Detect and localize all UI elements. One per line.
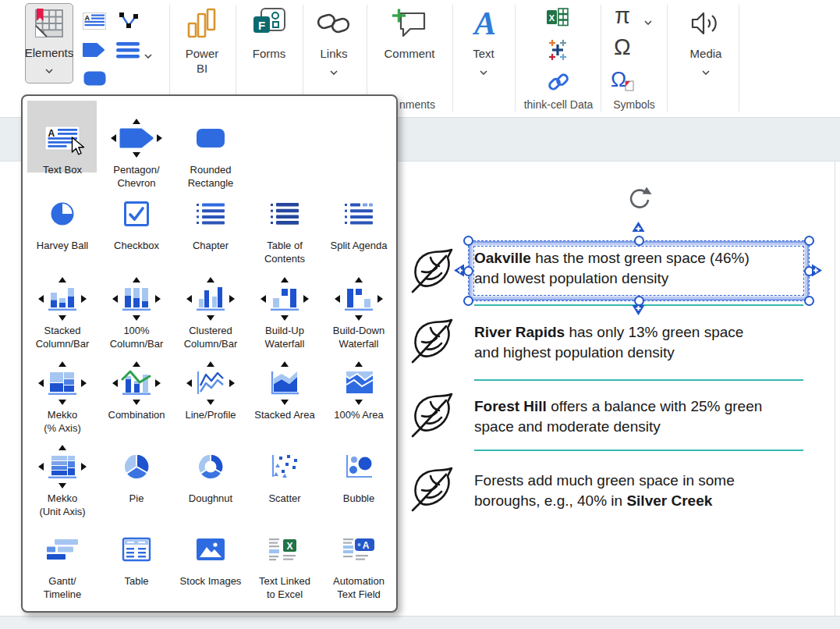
links-button[interactable]: Links [307,3,360,78]
menu-item-label: Text Box [27,164,98,177]
menu-item-pentagon[interactable]: Pentagon/Chevron [101,115,172,190]
resize-r-arrow-icon [155,295,161,303]
insert-below-arrow[interactable] [632,304,645,316]
omega-thinkcell-button[interactable]: Ω [610,67,635,95]
excel-data-button[interactable]: X [546,6,569,31]
menu-item-split-agenda[interactable]: Split Agenda [323,190,395,253]
rotate-handle-icon[interactable] [625,186,653,211]
comment-label: Comment [384,46,434,61]
menu-item-gantt[interactable]: Gantt/Timeline [27,526,98,601]
menu-item-combination[interactable]: Combination [101,360,172,422]
forms-button[interactable]: F Forms [243,3,295,61]
pentagon-icon [83,47,105,60]
menu-item-mekko[interactable]: Mekko(Unit Axis) [27,443,98,518]
resize-d-arrow-icon [133,152,140,158]
menu-item-bubble[interactable]: Bubble [323,443,395,506]
bullet-lines-button[interactable] [116,42,140,62]
menu-item-build-up[interactable]: Build-UpWaterfall [249,275,321,350]
text-box-small-button[interactable]: A [83,12,106,33]
svg-text:X: X [286,541,292,552]
menu-item-100%[interactable]: 100%Column/Bar [101,275,172,350]
text-button[interactable]: A Text [459,3,509,78]
menu-item-build-down[interactable]: Build-DownWaterfall [323,275,395,350]
menu-item-doughnut[interactable]: Doughnut [175,443,246,506]
resize-u-arrow-icon [355,277,363,283]
pentagon-small-button[interactable] [83,42,105,61]
menu-item-stacked-area[interactable]: Stacked Area [249,360,321,422]
menu-item-harvey-ball[interactable]: Harvey Ball [27,190,98,253]
menu-item-stacked[interactable]: StackedColumn/Bar [27,275,98,350]
menu-item-automation[interactable]: AAutomationText Field [323,526,395,601]
menu-item-100%-area[interactable]: 100% Area [323,360,395,422]
resize-handle-se[interactable] [804,296,814,306]
menu-item-checkbox[interactable]: Checkbox [101,190,172,253]
svg-text:A: A [363,540,370,551]
menu-item-table[interactable]: Table [101,526,172,588]
group-separator [515,5,516,112]
leaf-icon[interactable] [410,318,454,368]
freeform-button[interactable] [118,10,140,35]
elements-button-label: Elements [25,46,74,59]
chevron-down-icon[interactable] [644,14,652,28]
media-button[interactable]: Media [680,3,732,78]
power-bi-label: Power BI [179,46,225,76]
tableau-data-button[interactable] [546,38,569,65]
chevron-down-icon[interactable] [144,48,152,62]
resize-handle-nw[interactable] [463,236,473,246]
menu-item-label: Text Linkedto Excel [249,575,321,601]
menu-item-line-profile[interactable]: Line/Profile [175,360,246,422]
resize-u-arrow-icon [207,277,214,283]
bullet-text-silver-creek[interactable]: Forests add much green space in someboro… [474,471,810,511]
menu-item-label: Pentagon/Chevron [101,164,172,190]
leaf-icon[interactable] [410,466,454,516]
rounded-rectangle-icon [195,127,226,149]
menu-item-clustered[interactable]: ClusteredColumn/Bar [175,275,246,350]
resize-d-arrow-icon [281,315,289,321]
excel-icon: X [546,17,569,30]
rounded-rectangle-small-button[interactable] [83,71,106,89]
insert-above-arrow[interactable] [632,221,645,233]
resize-handle-ne[interactable] [804,236,814,246]
menu-item-text-box[interactable]: AText Box [27,115,98,177]
resize-handle-sw[interactable] [463,296,473,306]
insert-right-arrow[interactable] [811,264,823,277]
combination-icon [121,370,152,396]
menu-item-text-linked[interactable]: XText Linkedto Excel [249,526,321,601]
leaf-icon[interactable] [410,247,454,297]
menu-item-rounded[interactable]: RoundedRectangle [175,115,246,190]
chevron-down-icon [480,64,487,78]
resize-r-arrow-icon [157,134,162,142]
leaf-icon[interactable] [410,392,454,442]
elements-button[interactable]: Elements [25,3,73,84]
chevron-down-icon [330,64,338,78]
menu-item-pie[interactable]: Pie [101,443,172,506]
menu-item-stock-images[interactable]: Stock Images [175,526,246,588]
comment-button[interactable]: Comment [371,3,448,61]
resize-l-arrow-icon [186,295,192,303]
omega-button[interactable]: Ω [614,36,631,59]
menu-item-table-of[interactable]: Table ofContents [249,190,321,265]
tableau-icon [546,51,569,64]
menu-item-label: Line/Profile [175,409,246,422]
bullet-text-river-rapids[interactable]: River Rapids has only 13% green spaceand… [474,322,810,363]
chevron-down-icon [702,64,710,78]
resize-u-arrow-icon [133,361,140,367]
pi-button[interactable]: π [615,5,630,27]
bullet-text-oakville[interactable]: Oakville has the most green space (46%)a… [474,248,810,289]
thinkcell-link-button[interactable] [548,71,569,96]
menu-item-label: Build-UpWaterfall [249,325,321,350]
menu-item-label: Doughnut [175,492,246,506]
menu-item-mekko[interactable]: Mekko(% Axis) [27,360,98,435]
resize-handle-n[interactable] [634,236,644,246]
teal-separator-line [474,450,803,451]
power-bi-button[interactable]: Power BI [175,3,229,76]
resize-u-arrow-icon [281,361,289,367]
menu-item-chapter[interactable]: Chapter [175,190,246,253]
comments-group-label-partial: nments [399,98,435,111]
insert-left-arrow[interactable] [453,264,465,277]
menu-item-scatter[interactable]: Scatter [249,443,321,506]
automation-text-field-icon: A [342,537,376,562]
text-a-icon: A [468,3,499,44]
bullet-text-forest-hill[interactable]: Forest Hill offers a balance with 25% gr… [474,396,810,437]
clustered-column-icon [195,286,226,312]
